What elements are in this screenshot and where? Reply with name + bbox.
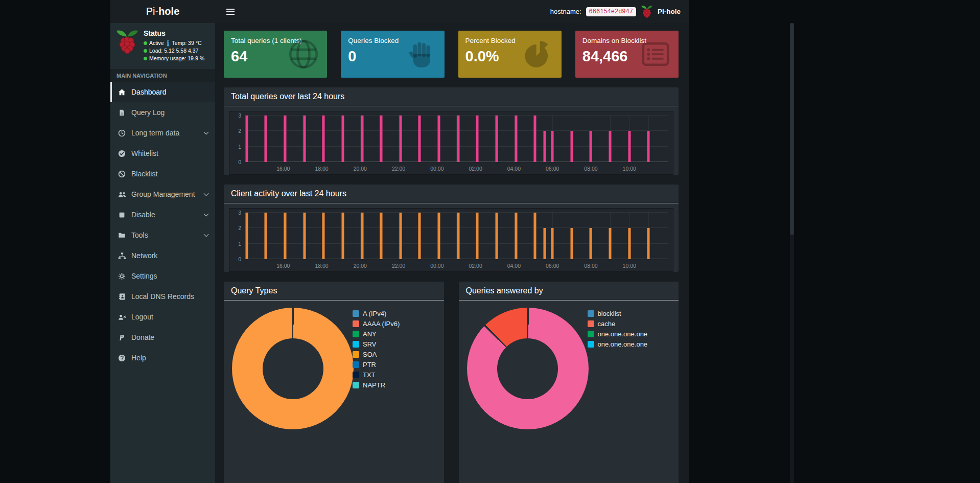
client-activity-chart[interactable]: 012316:0018:0020:0022:0000:0002:0004:000… (229, 208, 673, 272)
sidebar-item-disable[interactable]: Disable (110, 204, 215, 225)
hostname-label: hostname: (550, 8, 581, 15)
legend-label: A (IPv4) (363, 310, 386, 317)
chart-bar (515, 213, 517, 259)
stat-cards-row: Total queries (1 clients)64Queries Block… (224, 31, 679, 78)
legend-swatch (588, 341, 594, 348)
chart-bar (265, 213, 267, 259)
gridline-horizontal (245, 146, 668, 147)
hand-icon (406, 38, 437, 70)
sidebar-item-help[interactable]: Help (110, 348, 215, 368)
y-axis-label: 3 (238, 210, 241, 216)
sidebar-item-label: Whitelist (131, 149, 158, 157)
panel-title: Total queries over last 24 hours (231, 92, 671, 101)
home-icon (118, 88, 126, 96)
address-book-icon (118, 293, 126, 301)
panel-header: Total queries over last 24 hours (224, 87, 679, 106)
y-axis-label: 1 (238, 241, 241, 247)
status-title: Status (144, 29, 204, 37)
chart-bar (361, 213, 363, 259)
legend-item[interactable]: A (IPv4) (353, 310, 400, 317)
chart-bar (265, 116, 267, 162)
legend-item[interactable]: NAPTR (353, 381, 400, 389)
chart-bar (570, 228, 573, 259)
gridline-horizontal (245, 243, 668, 244)
legend-item[interactable]: PTR (353, 361, 400, 369)
legend-label: cache (598, 320, 616, 328)
status-row: ActiveTemp: 39 °C (144, 39, 204, 47)
chart-bar (628, 131, 631, 162)
sidebar-item-dashboard[interactable]: Dashboard (110, 82, 215, 102)
sidebar-item-donate[interactable]: Donate (110, 327, 215, 348)
chart-bar (284, 116, 287, 162)
chart-bar (457, 116, 459, 162)
legend-swatch (353, 351, 359, 358)
sidebar-item-settings[interactable]: Settings (110, 266, 215, 286)
legend-item[interactable]: SRV (353, 340, 400, 348)
status-text: Memory usage: 19.9 % (149, 55, 204, 62)
pihole-logo-icon (641, 5, 653, 18)
sidebar-item-group-management[interactable]: Group Management (110, 184, 215, 204)
legend-label: blocklist (598, 310, 621, 317)
sidebar-item-long-term-data[interactable]: Long term data (110, 123, 215, 143)
sidebar-item-local-dns-records[interactable]: Local DNS Records (110, 286, 215, 307)
sidebar-item-tools[interactable]: Tools (110, 225, 215, 245)
y-axis-label: 2 (238, 225, 241, 231)
chart-bar (341, 116, 344, 162)
panel-title: Queries answered by (466, 286, 672, 295)
x-axis-label: 22:00 (392, 166, 405, 172)
chart-bar (284, 213, 287, 259)
chart-plot[interactable]: 012316:0018:0020:0022:0000:0002:0004:000… (245, 213, 668, 259)
sidebar-item-label: Settings (131, 272, 157, 280)
main-navigation: DashboardQuery LogLong term dataWhitelis… (110, 82, 215, 368)
legend-item[interactable]: ANY (353, 330, 400, 338)
status-dot (144, 57, 147, 60)
legend-item[interactable]: SOA (353, 351, 400, 358)
panel-title: Query Types (231, 286, 437, 295)
sidebar-item-blacklist[interactable]: Blacklist (110, 164, 215, 184)
hostname-badge: 666154e2d947 (586, 7, 636, 16)
stat-card-queries-blocked: Queries Blocked0 (341, 31, 444, 78)
pihole-link[interactable]: Pi-hole (658, 8, 681, 15)
navbar-right: hostname: 666154e2d947 Pi-hole (550, 0, 689, 23)
sidebar-item-label: Dashboard (131, 88, 167, 96)
query-types-donut[interactable] (232, 308, 354, 429)
queries-answered-donut[interactable] (467, 308, 589, 429)
chart-bar (380, 116, 383, 162)
folder-icon (118, 232, 126, 239)
stat-card-total-queries: Total queries (1 clients)64 (224, 31, 327, 78)
globe-icon (287, 38, 320, 71)
sidebar-item-whitelist[interactable]: Whitelist (110, 143, 215, 164)
sidebar-toggle-button[interactable] (218, 0, 243, 23)
brand-logo[interactable]: Pi-hole (110, 0, 215, 23)
legend-item[interactable]: TXT (353, 371, 400, 379)
x-axis-label: 08:00 (584, 263, 597, 269)
status-text: Load: 5.12 5.58 4.37 (149, 47, 198, 55)
x-axis-label: 20:00 (354, 263, 367, 269)
gridline-horizontal (245, 115, 668, 116)
sidebar-item-query-log[interactable]: Query Log (110, 102, 215, 123)
sidebar: Status ActiveTemp: 39 °CLoad: 5.12 5.58 … (110, 23, 215, 483)
x-axis-label: 16:00 (276, 166, 290, 172)
total-queries-chart[interactable]: 012316:0018:0020:0022:0000:0002:0004:000… (229, 111, 673, 175)
legend-item[interactable]: AAAA (IPv6) (353, 320, 400, 328)
question-icon (118, 354, 126, 362)
sidebar-item-network[interactable]: Network (110, 245, 215, 266)
status-row: Load: 5.12 5.58 4.37 (144, 47, 204, 55)
paypal-icon (118, 334, 126, 341)
legend-label: TXT (363, 371, 376, 379)
chart-plot[interactable]: 012316:0018:0020:0022:0000:0002:0004:000… (245, 116, 668, 162)
x-axis-label: 00:00 (430, 166, 444, 172)
legend-item[interactable]: cache (588, 320, 648, 328)
x-axis-label: 02:00 (469, 263, 482, 269)
legend-swatch (353, 372, 359, 378)
sidebar-item-logout[interactable]: Logout (110, 307, 215, 327)
thermometer-icon (166, 40, 170, 47)
chevron-down-icon (204, 211, 209, 216)
legend-item[interactable]: one.one.one.one (588, 330, 648, 338)
legend-item[interactable]: one.one.one.one (588, 340, 648, 348)
legend-item[interactable]: blocklist (588, 310, 648, 317)
sidebar-item-label: Group Management (131, 190, 195, 198)
background-scrollbar (790, 23, 794, 483)
panel-total-queries: Total queries over last 24 hours 012316:… (224, 87, 679, 175)
legend-swatch (353, 382, 359, 388)
